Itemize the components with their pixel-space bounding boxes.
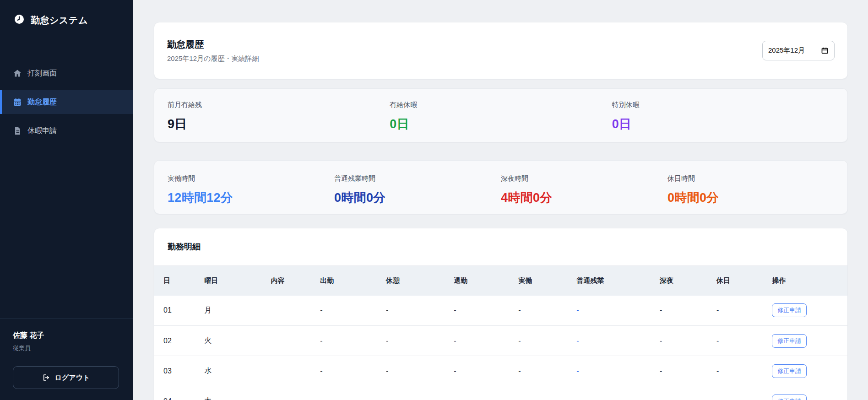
sidebar-item-label: 休暇申請 <box>27 126 57 136</box>
cell-holiday: - <box>707 386 763 400</box>
col-break: 休憩 <box>377 266 445 296</box>
page-subtitle: 2025年12月の履歴・実績詳細 <box>167 54 259 63</box>
cell-clock-out: - <box>445 296 509 326</box>
cell-action: 修正申請 <box>763 386 847 400</box>
user-name: 佐藤 花子 <box>13 331 120 341</box>
app-logo: 勤怠システム <box>0 0 133 27</box>
user-section: 佐藤 花子 従業員 ログアウト <box>0 319 133 400</box>
stat-regular-overtime: 普通残業時間 0時間0分 <box>334 174 501 214</box>
fix-request-button[interactable]: 修正申請 <box>772 334 807 348</box>
cell-overtime: - <box>567 296 651 326</box>
cell-actual: - <box>509 296 567 326</box>
stat-label: 実働時間 <box>168 174 334 183</box>
calendar-picker-icon <box>821 47 829 54</box>
cell-night: - <box>651 296 707 326</box>
cell-break: - <box>377 326 445 356</box>
stat-prev-month-paid-leave: 前月有給残 9日 <box>168 101 390 142</box>
cell-break: - <box>377 296 445 326</box>
sidebar: 勤怠システム 打刻画面 勤怠履歴 休暇申請 佐藤 花子 <box>0 0 133 400</box>
stat-label: 有給休暇 <box>390 101 612 109</box>
col-action: 操作 <box>763 266 847 296</box>
cell-clock-in: - <box>311 296 377 326</box>
stat-label: 前月有給残 <box>168 101 390 109</box>
main-content: 勤怠履歴 2025年12月の履歴・実績詳細 2025年12月 前月有給残 9日 … <box>133 0 868 400</box>
cell-action: 修正申請 <box>763 326 847 356</box>
stat-value: 0日 <box>612 116 834 132</box>
cell-overtime: - <box>567 356 651 386</box>
cell-clock-out: - <box>445 386 509 400</box>
cell-holiday: - <box>707 356 763 386</box>
fix-request-button[interactable]: 修正申請 <box>772 303 807 317</box>
cell-clock-out: - <box>445 326 509 356</box>
fix-request-button[interactable]: 修正申請 <box>772 395 807 400</box>
cell-break: - <box>377 386 445 400</box>
fix-request-button[interactable]: 修正申請 <box>772 364 807 378</box>
page-header-text: 勤怠履歴 2025年12月の履歴・実績詳細 <box>167 38 259 63</box>
cell-break: - <box>377 356 445 386</box>
stat-value: 9日 <box>168 116 390 132</box>
sidebar-item-punch-screen[interactable]: 打刻画面 <box>0 61 133 85</box>
work-detail-card: 勤務明細 日 曜日 内容 出勤 休憩 退勤 実働 普通残業 深夜 休日 <box>154 228 848 400</box>
table-row: 02 火 - - - - - - - 修正申請 <box>154 326 847 356</box>
cell-weekday: 火 <box>195 326 261 356</box>
cell-holiday: - <box>707 326 763 356</box>
cell-content <box>262 296 311 326</box>
stat-holiday-time: 休日時間 0時間0分 <box>667 174 834 214</box>
cell-actual: - <box>509 356 567 386</box>
table-row: 03 水 - - - - - - - 修正申請 <box>154 356 847 386</box>
cell-actual: - <box>509 326 567 356</box>
stat-value: 0時間0分 <box>334 189 501 206</box>
calendar-icon <box>13 97 22 107</box>
stat-value: 0時間0分 <box>667 189 834 206</box>
col-content: 内容 <box>262 266 311 296</box>
col-holiday: 休日 <box>707 266 763 296</box>
sidebar-item-label: 勤怠履歴 <box>27 97 57 107</box>
col-overtime: 普通残業 <box>567 266 651 296</box>
stat-value: 12時間12分 <box>168 189 334 206</box>
attendance-table: 日 曜日 内容 出勤 休憩 退勤 実働 普通残業 深夜 休日 操作 01 月 -… <box>154 265 847 400</box>
stat-night-time: 深夜時間 4時間0分 <box>501 174 667 214</box>
cell-day: 04 <box>154 386 195 400</box>
cell-day: 01 <box>154 296 195 326</box>
cell-weekday: 水 <box>195 356 261 386</box>
stat-value: 0日 <box>390 116 612 132</box>
table-row: 04 木 - - - - - - - 修正申請 <box>154 386 847 400</box>
logout-button[interactable]: ログアウト <box>13 366 119 389</box>
time-stats-card: 実働時間 12時間12分 普通残業時間 0時間0分 深夜時間 4時間0分 休日時… <box>154 160 848 214</box>
cell-clock-out: - <box>445 356 509 386</box>
leave-stats-card: 前月有給残 9日 有給休暇 0日 特別休暇 0日 <box>154 88 848 142</box>
col-actual: 実働 <box>509 266 567 296</box>
cell-clock-in: - <box>311 386 377 400</box>
stat-paid-leave: 有給休暇 0日 <box>390 101 612 142</box>
stat-label: 深夜時間 <box>501 174 667 183</box>
col-weekday: 曜日 <box>195 266 261 296</box>
cell-day: 02 <box>154 326 195 356</box>
stat-value: 4時間0分 <box>501 189 667 206</box>
page-title: 勤怠履歴 <box>167 38 259 51</box>
user-role: 従業員 <box>13 344 120 352</box>
col-clock-in: 出勤 <box>311 266 377 296</box>
attendance-table-body: 01 月 - - - - - - - 修正申請 02 火 - - - - - -… <box>154 296 847 400</box>
attendance-table-header: 日 曜日 内容 出勤 休憩 退勤 実働 普通残業 深夜 休日 操作 <box>154 266 847 296</box>
sidebar-item-attendance-history[interactable]: 勤怠履歴 <box>0 90 133 114</box>
sidebar-nav: 打刻画面 勤怠履歴 休暇申請 <box>0 61 133 143</box>
cell-clock-in: - <box>311 326 377 356</box>
stat-label: 休日時間 <box>667 174 834 183</box>
document-icon <box>13 126 22 135</box>
cell-overtime: - <box>567 386 651 400</box>
col-clock-out: 退勤 <box>445 266 509 296</box>
stat-label: 特別休暇 <box>612 101 834 109</box>
cell-holiday: - <box>707 296 763 326</box>
col-night: 深夜 <box>651 266 707 296</box>
work-detail-title: 勤務明細 <box>154 228 847 265</box>
stat-special-leave: 特別休暇 0日 <box>612 101 834 142</box>
home-icon <box>13 69 22 78</box>
table-row: 01 月 - - - - - - - 修正申請 <box>154 296 847 326</box>
month-picker-value: 2025年12月 <box>768 46 805 55</box>
sidebar-item-leave-request[interactable]: 休暇申請 <box>0 119 133 143</box>
sidebar-item-label: 打刻画面 <box>27 69 57 78</box>
month-picker-input[interactable]: 2025年12月 <box>762 41 835 60</box>
clock-icon <box>14 14 25 27</box>
cell-clock-in: - <box>311 356 377 386</box>
cell-day: 03 <box>154 356 195 386</box>
